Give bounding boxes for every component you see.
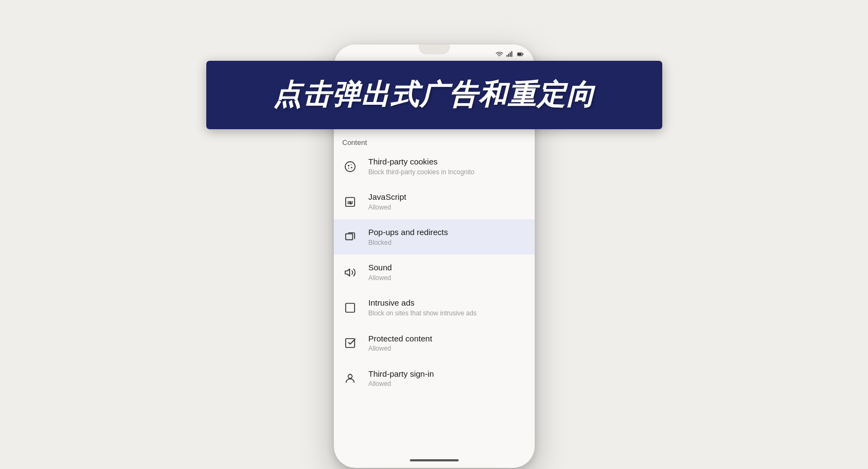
sound-text: Sound Allowed bbox=[369, 262, 526, 282]
signin-title: Third-party sign-in bbox=[369, 369, 526, 379]
scroll-indicator bbox=[410, 459, 459, 461]
status-icons bbox=[496, 50, 525, 58]
svg-point-10 bbox=[347, 164, 349, 166]
ads-text: Intrusive ads Block on sites that show i… bbox=[369, 297, 526, 318]
settings-item-sound[interactable]: Sound Allowed bbox=[334, 255, 535, 290]
banner: 点击弹出式广告和重定向 bbox=[206, 61, 662, 129]
svg-rect-3 bbox=[511, 51, 512, 57]
popups-text: Pop-ups and redirects Blocked bbox=[369, 227, 526, 247]
protected-title: Protected content bbox=[369, 333, 526, 344]
signin-text: Third-party sign-in Allowed bbox=[369, 369, 526, 389]
svg-rect-0 bbox=[506, 55, 508, 57]
svg-rect-2 bbox=[510, 53, 511, 57]
protected-subtitle: Allowed bbox=[369, 345, 526, 353]
javascript-text: JavaScript Allowed bbox=[369, 192, 526, 212]
cookie-icon bbox=[343, 159, 358, 174]
settings-item-popups[interactable]: Pop-ups and redirects Blocked bbox=[334, 219, 535, 255]
javascript-subtitle: Allowed bbox=[369, 204, 526, 212]
popups-subtitle: Blocked bbox=[369, 239, 526, 248]
sound-icon bbox=[343, 265, 358, 280]
ads-icon bbox=[343, 300, 358, 315]
svg-rect-14 bbox=[345, 197, 354, 206]
svg-marker-16 bbox=[345, 269, 349, 276]
settings-item-cookies[interactable]: Third-party cookies Block third-party co… bbox=[334, 149, 535, 184]
sound-title: Sound bbox=[369, 262, 526, 273]
js-icon bbox=[343, 194, 358, 210]
svg-rect-1 bbox=[508, 54, 509, 57]
svg-rect-15 bbox=[345, 233, 352, 239]
settings-item-protected[interactable]: Protected content Allowed bbox=[334, 326, 535, 361]
svg-rect-17 bbox=[345, 303, 354, 313]
signin-subtitle: Allowed bbox=[369, 380, 526, 389]
svg-point-19 bbox=[348, 375, 352, 378]
svg-rect-18 bbox=[345, 339, 354, 348]
popups-title: Pop-ups and redirects bbox=[369, 227, 526, 238]
svg-point-11 bbox=[350, 164, 351, 165]
svg-rect-5 bbox=[517, 53, 521, 56]
cookies-subtitle: Block third-party cookies in Incognito bbox=[369, 168, 526, 177]
ads-title: Intrusive ads bbox=[369, 297, 526, 308]
banner-text: 点击弹出式广告和重定向 bbox=[228, 76, 641, 114]
settings-item-ads[interactable]: Intrusive ads Block on sites that show i… bbox=[334, 290, 535, 325]
sound-subtitle: Allowed bbox=[369, 274, 526, 283]
protected-icon bbox=[343, 335, 358, 351]
scene: 点击弹出式广告和重定向 bbox=[0, 0, 868, 469]
content-section-header: Content bbox=[334, 130, 535, 149]
javascript-title: JavaScript bbox=[369, 192, 526, 202]
svg-point-12 bbox=[351, 167, 352, 168]
popup-icon bbox=[343, 230, 358, 245]
settings-content: Your device use Ask first Content bbox=[334, 94, 535, 468]
wifi-icon bbox=[496, 50, 503, 58]
settings-item-javascript[interactable]: JavaScript Allowed bbox=[334, 184, 535, 219]
account-icon bbox=[343, 371, 358, 386]
settings-item-signin[interactable]: Third-party sign-in Allowed bbox=[334, 361, 535, 396]
notch bbox=[419, 45, 450, 54]
svg-point-13 bbox=[348, 167, 349, 168]
ads-subtitle: Block on sites that show intrusive ads bbox=[369, 309, 526, 318]
signal-icon bbox=[506, 50, 514, 58]
protected-text: Protected content Allowed bbox=[369, 333, 526, 353]
cookies-title: Third-party cookies bbox=[369, 156, 526, 167]
svg-point-9 bbox=[345, 161, 354, 171]
battery-icon bbox=[516, 50, 525, 58]
cookies-text: Third-party cookies Block third-party co… bbox=[369, 156, 526, 176]
